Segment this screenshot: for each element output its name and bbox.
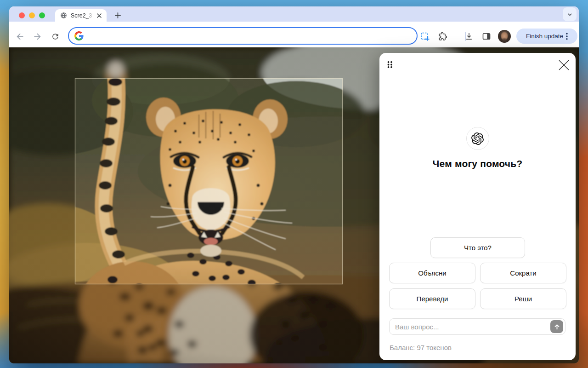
new-tab-button[interactable] [111, 9, 124, 22]
assistant-popup: Чем могу помочь? Что это? Объясни Сократ… [379, 53, 576, 360]
token-balance: Баланс: 97 токенов [390, 344, 452, 351]
tab-close-icon[interactable] [96, 12, 103, 19]
page-content[interactable]: Чем могу помочь? Что это? Объясни Сократ… [9, 47, 579, 363]
openai-logo-icon [466, 127, 489, 150]
kebab-menu-icon[interactable] [566, 33, 568, 40]
zoom-window-button[interactable] [39, 12, 45, 18]
send-button[interactable] [550, 320, 563, 333]
traffic-lights [19, 12, 45, 18]
forward-button[interactable] [30, 29, 45, 44]
url-input[interactable] [88, 32, 417, 40]
toolbar-overflow-chevron-button[interactable] [563, 7, 577, 21]
url-bar[interactable] [68, 27, 418, 45]
reload-button[interactable] [48, 29, 62, 44]
back-button[interactable] [12, 29, 27, 44]
close-window-button[interactable] [19, 12, 25, 18]
tab-strip: Scre2_3 [9, 6, 579, 22]
side-panel-icon[interactable] [479, 29, 494, 44]
finish-update-label: Finish update [526, 33, 563, 40]
question-input-wrap [389, 318, 565, 335]
question-input[interactable] [390, 323, 565, 331]
extensions-puzzle-icon[interactable] [435, 29, 450, 44]
solve-button[interactable]: Реши [480, 288, 566, 309]
downloads-icon[interactable] [462, 29, 476, 44]
tab-title: Scre2_3 [71, 12, 95, 19]
finish-update-button[interactable]: Finish update [516, 29, 577, 44]
summarize-button[interactable]: Сократи [480, 263, 566, 283]
minimize-window-button[interactable] [29, 12, 35, 18]
drag-handle-icon[interactable] [385, 60, 394, 69]
profile-avatar[interactable] [498, 30, 511, 43]
explain-button[interactable]: Объясни [389, 263, 475, 283]
google-logo-icon [74, 31, 84, 40]
area-selection-icon[interactable] [418, 29, 432, 44]
what-is-this-button[interactable]: Что это? [430, 237, 525, 258]
close-icon[interactable] [557, 58, 570, 71]
browser-toolbar: Finish update [9, 22, 579, 47]
translate-button[interactable]: Переведи [389, 288, 475, 309]
globe-favicon-icon [60, 12, 67, 19]
browser-tab[interactable]: Scre2_3 [55, 9, 107, 22]
assistant-title: Чем могу помочь? [379, 158, 576, 169]
browser-window: Scre2_3 [9, 6, 579, 363]
